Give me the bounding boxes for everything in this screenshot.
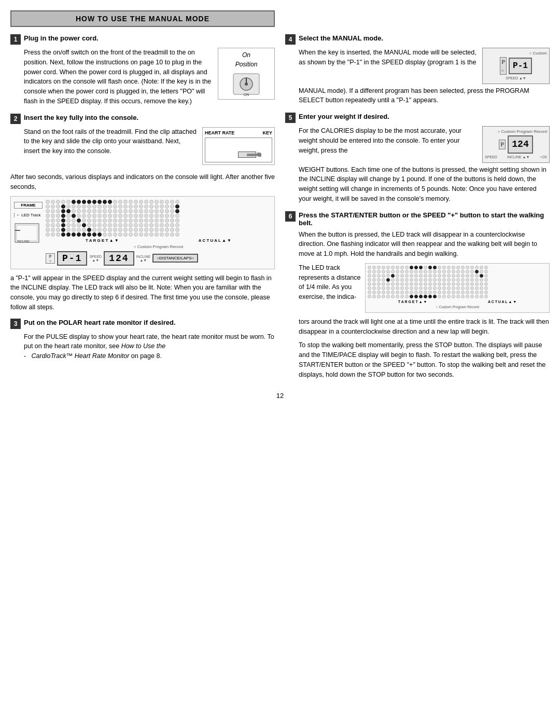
speed-sublabel: ▲▼ xyxy=(92,258,99,262)
step-3-number: 3 xyxy=(10,319,21,329)
led-dot-sm xyxy=(368,278,371,282)
speed-label: SPEED xyxy=(89,255,102,258)
led-dot-sm xyxy=(461,278,465,282)
right-column: 4 Select the MANUAL mode. When the key i… xyxy=(285,34,550,387)
led-dot xyxy=(92,209,96,213)
led-dot-sm xyxy=(475,295,479,298)
led-dot-sm xyxy=(466,278,469,282)
led-dot-sm xyxy=(419,266,423,269)
led-dot-sm xyxy=(466,266,469,269)
led-dot-sm xyxy=(405,266,409,269)
led-dot xyxy=(170,204,174,209)
led-dot xyxy=(82,200,86,204)
led-display-inner: FRAME ← LED Track INCLINE xyxy=(14,200,271,266)
led-dot-sm xyxy=(470,274,474,278)
step-5-incline-lbl: INCLINE ▲▼ xyxy=(507,155,529,160)
led-dot-sm xyxy=(442,282,446,286)
frame-icon: INCLINE xyxy=(14,223,40,243)
led-dot-sm xyxy=(461,274,465,278)
incline-sublabel: ▲▼ xyxy=(139,258,147,262)
step-4-speed-label: SPEED ▲▼ xyxy=(506,76,526,81)
led-dot-sm xyxy=(470,278,474,282)
led-dot xyxy=(170,232,174,237)
led-dot xyxy=(175,204,179,209)
step-1-text: Press the on/off switch on the front of … xyxy=(24,48,213,106)
led-dot-sm xyxy=(400,291,404,294)
led-dot-sm xyxy=(447,278,451,282)
led-dot xyxy=(46,223,50,227)
led-dot xyxy=(72,200,76,204)
led-dot-sm xyxy=(391,278,395,282)
led-dot xyxy=(134,200,138,204)
step-5-label-row: SPEED INCLINE ▲▼ ○OS xyxy=(485,155,547,160)
led-dot xyxy=(97,223,102,227)
step-5: 5 Enter your weight if desired. For the … xyxy=(285,113,550,204)
led-dot xyxy=(165,232,169,237)
led-dot xyxy=(160,200,164,204)
step-3: 3 Put on the POLAR heart rate monitor if… xyxy=(10,319,275,361)
step-4-text-after: MANUAL mode). If a different program has… xyxy=(299,86,550,106)
led-dot-sm xyxy=(428,282,432,286)
led-dot-sm xyxy=(382,270,385,273)
led-dot xyxy=(92,228,96,232)
led-dot-sm xyxy=(461,266,465,269)
led-dot xyxy=(149,232,153,237)
step-4-display-inner: ℙ○ P-1 xyxy=(500,57,532,75)
after-led-text: a "P-1" will appear in the SPEED display… xyxy=(10,273,275,312)
led-dot xyxy=(108,228,112,232)
key-shape-icon xyxy=(247,152,262,159)
led-dot xyxy=(97,228,102,232)
led-dot xyxy=(165,204,169,209)
step-5-number: 5 xyxy=(285,113,296,123)
step-5-os-lbl: ○OS xyxy=(540,155,547,160)
step-5-incline-digit: 124 xyxy=(512,139,528,149)
led-dot xyxy=(92,200,96,204)
actual-label: A C T U A L ▲ ▼ xyxy=(199,238,231,243)
led-dot xyxy=(72,214,76,218)
led-dot-sm xyxy=(368,274,371,278)
led-dot-sm xyxy=(461,291,465,294)
target-label: T A R G E T ▲ ▼ xyxy=(86,238,119,243)
led-dot-sm xyxy=(405,270,409,273)
led-dot-sm xyxy=(433,282,437,286)
led-row-6 xyxy=(46,223,271,227)
led-dot-sm xyxy=(405,282,409,286)
led-dot-sm xyxy=(428,291,432,294)
led-dot-sm xyxy=(414,282,418,286)
step-6: 6 Press the START/ENTER button or the SP… xyxy=(285,211,550,380)
led-dot-sm xyxy=(461,295,465,298)
incline-display-value: 124 xyxy=(109,253,129,264)
led-dot xyxy=(56,209,60,213)
led-dot xyxy=(66,204,71,209)
led-dot-sm xyxy=(452,282,455,286)
svg-text:INCLINE: INCLINE xyxy=(17,240,30,243)
led-dot xyxy=(108,218,112,223)
led-dot-sm xyxy=(466,295,469,298)
led-dot-sm xyxy=(456,286,460,290)
led-dot xyxy=(134,204,138,209)
led-dot xyxy=(46,214,50,218)
led-dot-sm xyxy=(396,274,399,278)
led-dot-sm xyxy=(470,291,474,294)
led-dot-sm xyxy=(410,295,413,298)
led-dot xyxy=(170,228,174,232)
led-dot-sm xyxy=(382,274,385,278)
step-4-display-image: ○ Custom ℙ○ P-1 SPEED ▲▼ xyxy=(482,48,550,84)
led-dot xyxy=(66,209,71,213)
led-row-5 xyxy=(46,218,271,223)
led-dot-sm xyxy=(396,295,399,298)
led-dot-sm xyxy=(470,286,474,290)
led-dot-sm xyxy=(377,274,381,278)
led-dot xyxy=(175,232,179,237)
led-dot xyxy=(103,223,107,227)
led-grid-container: T A R G E T ▲ ▼ A C T U A L ▲ ▼ ○ Custom… xyxy=(46,200,271,266)
led-dot xyxy=(92,204,96,209)
led-dot xyxy=(92,218,96,223)
custom-program-record-label: ○ Custom Program Record xyxy=(46,244,271,249)
led-dot xyxy=(118,209,122,213)
step-1-content: Press the on/off switch on the front of … xyxy=(24,48,275,106)
led-dot-sm xyxy=(377,278,381,282)
led-dot-sm xyxy=(414,291,418,294)
led-dot xyxy=(56,232,60,237)
step-1-title-text: Plug in the power cord. xyxy=(24,34,99,42)
